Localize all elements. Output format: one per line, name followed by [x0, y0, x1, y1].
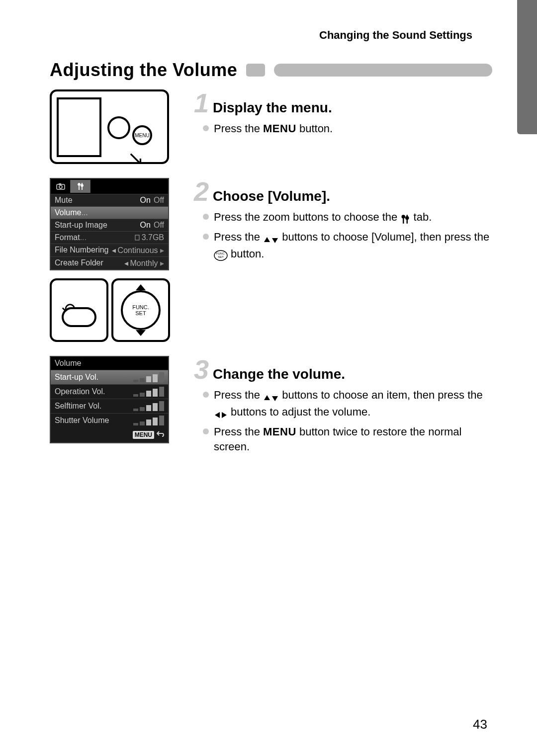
up-down-triangle-icon [263, 231, 279, 247]
svg-rect-3 [135, 235, 139, 240]
volume-row: Shutter Volume [51, 413, 168, 427]
running-header: Changing the Sound Settings [50, 29, 472, 42]
menu-row: Volume... [51, 206, 168, 219]
camera-lineart-funcset: FUNC. SET [111, 278, 170, 342]
svg-marker-5 [272, 238, 278, 243]
bullet-item: Press the MENU button. [203, 121, 492, 137]
step-title: Change the volume. [213, 366, 345, 382]
menu-row: Create Folder◂Monthly ▸ [51, 256, 168, 269]
volume-screenshot-title: Volume [51, 357, 168, 370]
return-icon [156, 430, 164, 439]
menu-row: Start-up ImageOnOff [51, 219, 168, 231]
tab-camera-icon [51, 180, 71, 193]
step-number: 3 [194, 356, 209, 383]
svg-text:FUNC.: FUNC. [216, 252, 226, 255]
volume-row: Start-up Vol. [51, 370, 168, 384]
bullet-item: Press the buttons to choose [Volume], th… [203, 230, 492, 263]
func-set-icon: FUNC. SET [121, 290, 161, 330]
title-chip [246, 64, 265, 77]
menu-screenshot: MuteOnOffVolume...Start-up ImageOnOffFor… [50, 178, 169, 270]
svg-marker-11 [215, 412, 220, 418]
up-down-triangle-icon [263, 389, 279, 405]
thumb-tab [517, 0, 537, 134]
svg-marker-9 [264, 395, 270, 400]
step-number: 2 [194, 178, 209, 205]
menu-row: File Numbering◂Continuous ▸ [51, 244, 168, 256]
bullet-item: Press the zoom buttons to choose the tab… [203, 210, 492, 227]
left-right-triangle-icon [214, 406, 228, 421]
func-set-icon: FUNC.SET [214, 248, 228, 263]
svg-text:SET: SET [218, 255, 224, 258]
volume-row: Operation Vol. [51, 384, 168, 399]
step3-bullets: Press the buttons to choose an item, the… [194, 388, 492, 455]
bullet-item: Press the MENU button twice to restore t… [203, 424, 492, 455]
menu-row: Format...3.7GB [51, 231, 168, 244]
menu-button-icon: MENU [132, 125, 152, 145]
bullet-item: Press the buttons to choose an item, the… [203, 388, 492, 421]
svg-rect-2 [59, 183, 61, 185]
svg-point-1 [59, 185, 62, 188]
step2-bullets: Press the zoom buttons to choose the tab… [194, 210, 492, 263]
menu-word-icon: MENU [263, 122, 296, 135]
step-title: Display the menu. [213, 100, 332, 116]
svg-marker-4 [264, 237, 270, 242]
camera-lineart-zoom: ↶ [50, 278, 108, 342]
menu-word-icon: MENU [263, 425, 296, 438]
volume-row: Selftimer Vol. [51, 399, 168, 413]
menu-badge: MENU [133, 431, 154, 439]
section-title: Adjusting the Volume [50, 60, 237, 81]
step-number: 1 [194, 89, 209, 116]
step-title: Choose [Volume]. [213, 188, 330, 204]
menu-row: MuteOnOff [51, 194, 168, 206]
svg-marker-10 [272, 396, 278, 401]
step1-bullets: Press the MENU button. [194, 121, 492, 137]
tab-tools-icon [71, 180, 90, 193]
page-number: 43 [473, 717, 487, 732]
camera-lineart-menu: MENU ↘ [50, 89, 169, 164]
svg-marker-12 [222, 412, 227, 418]
volume-screenshot: Volume Start-up Vol.Operation Vol.Selfti… [50, 356, 169, 443]
tools-icon [400, 211, 410, 227]
title-bar [274, 64, 492, 77]
section-title-row: Adjusting the Volume [50, 60, 492, 81]
